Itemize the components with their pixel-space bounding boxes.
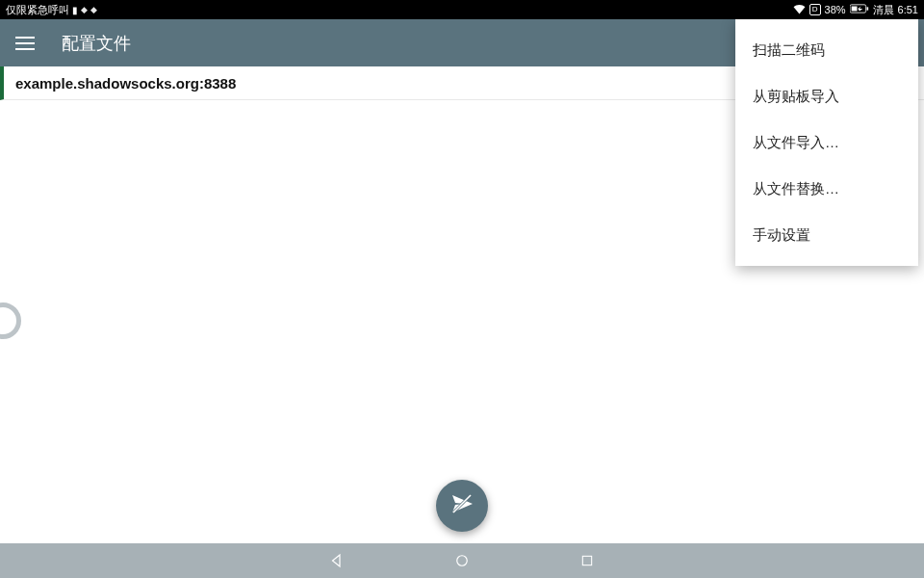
- clock-time: 6:51: [898, 4, 918, 15]
- menu-item-label: 从剪贴板导入: [753, 88, 839, 106]
- menu-icon[interactable]: [15, 32, 38, 55]
- nav-back-button[interactable]: [327, 551, 346, 570]
- assist-handle-icon[interactable]: [0, 302, 21, 339]
- menu-item-label: 手动设置: [753, 226, 810, 245]
- menu-item-label: 从文件替换…: [753, 180, 839, 198]
- airplane-off-icon: [450, 492, 474, 519]
- status-emergency-label: 仅限紧急呼叫: [6, 3, 69, 17]
- menu-import-clipboard[interactable]: 从剪贴板导入: [735, 73, 918, 119]
- page-title: 配置文件: [62, 32, 131, 55]
- profile-name: example.shadowsocks.org:8388: [15, 75, 236, 92]
- data-saver-icon: D: [809, 4, 821, 15]
- signal-icon: ◆: [81, 5, 88, 14]
- battery-percent: 38%: [825, 4, 846, 15]
- signal-icon-2: ◆: [90, 5, 97, 14]
- nav-home-button[interactable]: [452, 551, 472, 570]
- system-nav-bar: [0, 543, 924, 578]
- menu-replace-file[interactable]: 从文件替换…: [735, 166, 918, 212]
- svg-rect-1: [866, 7, 868, 10]
- menu-manual-settings[interactable]: 手动设置: [735, 212, 918, 258]
- menu-import-file[interactable]: 从文件导入…: [735, 119, 918, 166]
- svg-rect-6: [582, 556, 591, 565]
- svg-point-5: [457, 556, 468, 566]
- status-bar: 仅限紧急呼叫 ▮ ◆ ◆ D 38% 清晨6:51: [0, 0, 924, 19]
- wifi-icon: [793, 4, 806, 16]
- menu-item-label: 扫描二维码: [753, 41, 825, 60]
- add-profile-menu: 扫描二维码 从剪贴板导入 从文件导入… 从文件替换… 手动设置: [735, 19, 918, 266]
- svg-rect-2: [851, 7, 857, 12]
- nav-recent-button[interactable]: [578, 551, 597, 570]
- sim-icon: ▮: [72, 5, 78, 15]
- fab-connect-button[interactable]: [436, 480, 488, 532]
- battery-icon: [850, 4, 869, 15]
- clock-prefix: 清晨: [873, 3, 894, 17]
- menu-item-label: 从文件导入…: [753, 134, 839, 152]
- menu-scan-qr[interactable]: 扫描二维码: [735, 27, 918, 73]
